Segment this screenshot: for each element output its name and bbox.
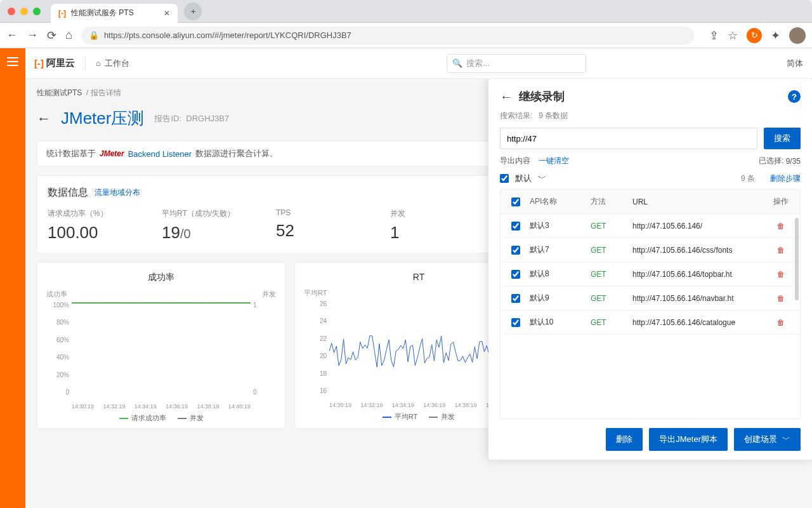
delete-row-icon[interactable]: 🗑	[767, 294, 795, 303]
home-icon: ⌂	[96, 58, 101, 68]
col-action: 操作	[767, 196, 795, 207]
select-all-checkbox[interactable]	[511, 197, 520, 206]
forward-icon[interactable]: →	[27, 29, 38, 42]
row-checkbox[interactable]	[511, 222, 520, 231]
region-link[interactable]: 流量地域分布	[95, 187, 140, 198]
workbench-link[interactable]: ⌂ 工作台	[96, 58, 129, 69]
api-url: http://47.105.66.146/css/fonts	[632, 246, 763, 255]
lock-icon: 🔒	[89, 30, 99, 40]
table-row[interactable]: 默认3GEThttp://47.105.66.146/🗑	[501, 214, 800, 238]
home-icon[interactable]: ⌂	[65, 29, 72, 42]
maximize-window[interactable]	[33, 8, 41, 15]
table-row[interactable]: 默认9GEThttp://47.105.66.146/navbar.ht🗑	[501, 286, 800, 311]
metric-label: TPS	[276, 208, 365, 217]
window-controls	[8, 8, 41, 15]
backend-listener-link[interactable]: Backend Listener	[128, 149, 192, 159]
share-icon[interactable]: ⇪	[709, 29, 719, 43]
help-icon[interactable]: ?	[788, 90, 801, 103]
api-method: GET	[591, 270, 629, 279]
delete-button[interactable]: 删除	[606, 428, 643, 451]
metric-label: 并发	[390, 208, 479, 219]
row-checkbox[interactable]	[511, 294, 520, 303]
row-checkbox[interactable]	[511, 318, 520, 327]
menu-toggle[interactable]	[0, 48, 25, 508]
metric: 请求成功率（%）100.00	[48, 208, 136, 243]
api-name: 默认3	[530, 220, 587, 231]
address-bar[interactable]: 🔒 https://pts.console.aliyun.com/#/jmete…	[81, 27, 694, 44]
selected-value: 9/35	[786, 157, 801, 166]
panel-title: 继续录制	[519, 89, 565, 104]
export-jmeter-button[interactable]: 导出JMeter脚本	[649, 428, 728, 451]
profile-avatar[interactable]	[789, 27, 806, 44]
workbench-label: 工作台	[105, 58, 129, 69]
x-ticks: 14:30:1914:32:1914:34:1914:36:1914:38:19…	[329, 402, 508, 408]
delete-row-icon[interactable]: 🗑	[767, 222, 795, 231]
y-left-ticks: 262422201816	[304, 300, 327, 394]
back-button[interactable]: ←	[37, 110, 51, 127]
scrollbar[interactable]	[795, 218, 799, 300]
panel-search-input[interactable]	[500, 128, 757, 149]
metric-value: 1	[390, 223, 479, 243]
reload-icon[interactable]: ⟳	[47, 29, 56, 43]
global-search[interactable]: 🔍 搜索...	[447, 54, 586, 73]
minimize-window[interactable]	[20, 8, 28, 15]
y-right-label: 并发	[262, 290, 276, 299]
delete-row-icon[interactable]: 🗑	[767, 270, 795, 279]
clear-all-button[interactable]: 一键清空	[539, 156, 569, 166]
panel-back-icon[interactable]: ←	[500, 90, 513, 104]
metric-label: 请求成功率（%）	[48, 208, 136, 219]
table-row[interactable]: 默认8GEThttp://47.105.66.146/topbar.ht🗑	[501, 262, 800, 286]
language-switch[interactable]: 简体	[787, 58, 803, 69]
report-id: 报告ID: DRGHJ3B7	[154, 113, 229, 124]
crumb-root[interactable]: 性能测试PTS	[37, 88, 82, 97]
extension-icon[interactable]: ↻	[747, 28, 762, 43]
y-left-ticks: 100%80%60%40%20%0	[46, 302, 69, 396]
metric-value: 100.00	[48, 223, 136, 243]
chevron-down-icon[interactable]: ﹀	[538, 173, 546, 184]
chevron-down-icon: ﹀	[782, 434, 790, 445]
delete-row-icon[interactable]: 🗑	[767, 318, 795, 327]
row-checkbox[interactable]	[511, 246, 520, 255]
table-row[interactable]: 默认7GEThttp://47.105.66.146/css/fonts🗑	[501, 238, 800, 262]
new-tab-button[interactable]: ＋	[184, 3, 202, 20]
metric: 平均RT（成功/失败）19/0	[162, 208, 251, 243]
chart-title: 成功率	[46, 272, 276, 283]
chart-card: 成功率成功率并发100%80%60%40%20%01014:30:1914:32…	[37, 262, 285, 429]
divider	[85, 57, 86, 70]
export-label: 导出内容	[500, 156, 530, 166]
group-name: 默认	[515, 173, 532, 184]
selected-label: 已选择:	[759, 156, 783, 166]
api-url: http://47.105.66.146/navbar.ht	[632, 294, 763, 303]
api-name: 默认10	[530, 317, 587, 328]
chart-plot	[72, 302, 251, 396]
browser-tab[interactable]: [-] 性能测试服务 PTS ✕	[51, 4, 178, 23]
table-row[interactable]: 默认10GEThttp://47.105.66.146/catalogue🗑	[501, 311, 800, 335]
star-icon[interactable]: ☆	[728, 29, 738, 43]
api-url: http://47.105.66.146/catalogue	[632, 318, 763, 327]
panel-search-button[interactable]: 搜索	[764, 128, 801, 149]
api-table: API名称 方法 URL 操作 默认3GEThttp://47.105.66.1…	[500, 189, 801, 419]
group-checkbox[interactable]	[500, 174, 509, 183]
tab-close-icon[interactable]: ✕	[164, 9, 170, 18]
tab-title: 性能测试服务 PTS	[71, 8, 134, 18]
delete-steps-button[interactable]: 删除步骤	[770, 173, 801, 184]
crumb-leaf: 报告详情	[91, 88, 121, 97]
api-name: 默认8	[530, 269, 587, 279]
metric-value: 52	[276, 221, 365, 241]
row-checkbox[interactable]	[511, 270, 520, 279]
favicon-icon: [-]	[58, 9, 66, 18]
extensions-icon[interactable]: ✦	[771, 29, 780, 43]
api-method: GET	[591, 294, 629, 303]
api-name: 默认7	[530, 244, 587, 255]
create-scene-button[interactable]: 创建场景 ﹀	[734, 428, 801, 451]
jmeter-logo: JMeter	[100, 149, 124, 158]
y-left-label: 成功率	[46, 290, 67, 299]
close-window[interactable]	[8, 8, 15, 15]
brand-logo[interactable]: [-] 阿里云	[34, 57, 75, 69]
table-header: API名称 方法 URL 操作	[501, 190, 800, 214]
delete-row-icon[interactable]: 🗑	[767, 246, 795, 255]
back-icon[interactable]: ←	[6, 29, 18, 42]
brand-icon: [-]	[34, 58, 44, 69]
search-placeholder: 搜索...	[466, 58, 490, 69]
app-header: [-] 阿里云 ⌂ 工作台 🔍 搜索... 简体	[25, 48, 812, 79]
